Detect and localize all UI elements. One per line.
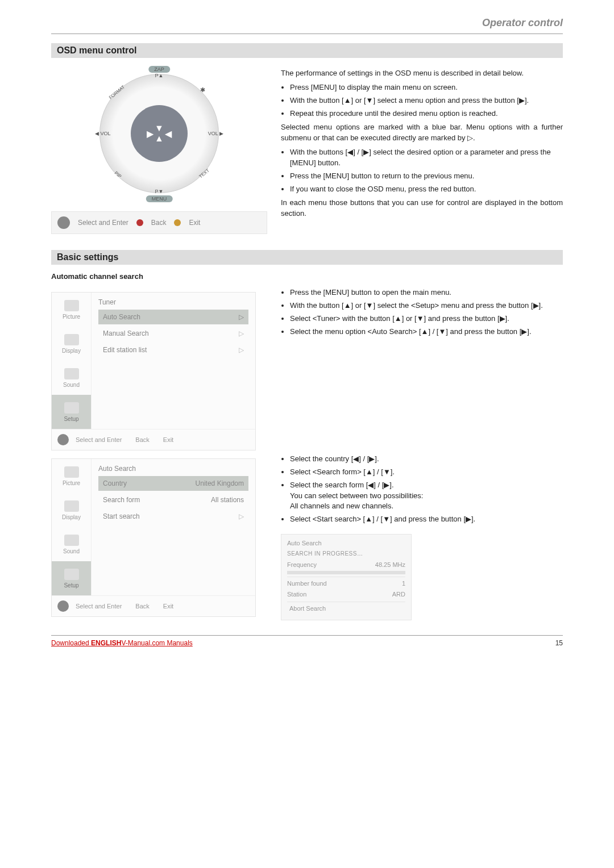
page-footer: Downloaded ENGLISHV-Manual.com Manuals 1… [51, 636, 563, 647]
freq-value: 48.25 MHz [375, 561, 405, 570]
osd-right: The performance of settings in the OSD m… [281, 65, 563, 234]
basic-bullet: Select the search form [◀] / [▶]. You ca… [290, 480, 563, 512]
tab-label: Display [62, 514, 81, 520]
bullet-line: You can select between two possibilities… [290, 491, 423, 500]
osd-p2: Selected menu options are marked with a … [281, 122, 563, 144]
tab-display[interactable]: Display [52, 327, 92, 361]
basic-right-1: Press the [MENU] button to open the main… [281, 284, 563, 450]
tab-sound[interactable]: Sound [52, 361, 92, 395]
vol-left-label: ◀ VOL [95, 131, 111, 136]
progress-station-row: StationARD [287, 590, 405, 599]
menu-row-country[interactable]: CountryUnited Kingdom [98, 476, 248, 491]
tab-label: Setup [64, 582, 78, 589]
footer-left: Downloaded ENGLISHV-Manual.com Manuals [51, 639, 193, 647]
osd-bullet: Repeat this procedure until the desired … [290, 108, 563, 119]
back-label: Back [151, 219, 167, 227]
bullet-line: Select the search form [◀] / [▶]. [290, 481, 394, 489]
tab-sound[interactable]: Sound [52, 527, 92, 561]
downloaded-link[interactable]: Downloaded ENGLISHV-Manual.com Manuals [51, 639, 193, 647]
osd-sidebar: Picture Display Sound Setup [52, 459, 92, 595]
menu-row-edit-station[interactable]: Edit station list▷ [98, 343, 248, 357]
tab-label: Picture [63, 480, 80, 486]
vol-right-label: VOL ▶ [208, 131, 223, 136]
display-icon [64, 500, 79, 512]
select-enter-label: Select and Enter [78, 219, 128, 227]
found-label: Number found [287, 579, 327, 589]
page: Operator control ENGLISH OSD menu contro… [0, 0, 614, 664]
tab-label: Sound [63, 548, 80, 554]
progress-subtitle: SEARCH IN PROGRESS… [287, 550, 405, 558]
menu-row-start-search[interactable]: Start search▷ [98, 509, 248, 524]
page-number: 15 [555, 639, 563, 647]
tab-setup[interactable]: Setup [52, 561, 92, 595]
tab-picture[interactable]: Picture [52, 293, 92, 327]
zap-label: ZAP [148, 66, 170, 73]
chevron-right-icon: ▷ [239, 313, 244, 321]
osd-list-1: Press [MENU] to display the main menu on… [281, 82, 563, 119]
progress-bar [287, 571, 405, 574]
row-value: United Kingdom [196, 479, 244, 487]
nav-icon [57, 600, 69, 612]
osd-sidebar: Picture Display Sound Setup [52, 293, 92, 429]
osd-row: ZAP P▲ ◀ VOL VOL ▶ FORMAT ✱ PIP TEXT ▲ ▼… [51, 65, 563, 234]
arrow-right-icon: ▶ [147, 128, 154, 139]
basic-bullet: With the button [▲] or [▼] select the <S… [290, 301, 563, 311]
arrow-left-icon: ◀ [165, 128, 172, 139]
tab-label: Setup [64, 416, 78, 422]
progress-title: Auto Search [287, 539, 405, 548]
sound-icon [64, 535, 79, 546]
p-up-label: P▲ [155, 73, 164, 78]
menu-row-search-form[interactable]: Search formAll stations [98, 493, 248, 507]
abort-search-row[interactable]: Abort Search [287, 604, 405, 614]
row-label: Search form [103, 496, 140, 504]
row-value: All stations [211, 496, 244, 504]
osd-left: ZAP P▲ ◀ VOL VOL ▶ FORMAT ✱ PIP TEXT ▲ ▼… [51, 65, 267, 234]
tab-setup[interactable]: Setup [52, 395, 92, 429]
osd-menu-auto-search: Picture Display Sound Setup Auto Search … [51, 458, 256, 617]
tab-label: Display [62, 348, 81, 354]
basic-row-1: Picture Display Sound Setup Tuner Auto S… [51, 284, 563, 450]
red-dot-icon [136, 219, 143, 226]
osd-list-2: With the buttons [◀] / [▶] select the de… [281, 147, 563, 194]
remote-footer-bar: Select and Enter Back Exit [51, 211, 267, 234]
yellow-dot-icon [174, 219, 181, 226]
osd-main: Tuner Auto Search▷ Manual Search▷ Edit s… [92, 293, 255, 429]
section-basic-title: Basic settings [51, 250, 563, 265]
menu-b-wrap: Picture Display Sound Setup Auto Search … [51, 450, 267, 620]
sound-icon [64, 368, 79, 379]
exit-label: Exit [163, 603, 173, 610]
found-value: 1 [402, 579, 405, 589]
tab-picture[interactable]: Picture [52, 459, 92, 493]
osd-main: Auto Search CountryUnited Kingdom Search… [92, 459, 255, 595]
basic-right-2: Select the country [◀] / [▶]. Select <Se… [281, 450, 563, 620]
nav-icon [57, 216, 70, 229]
osd-menu-tuner: Picture Display Sound Setup Tuner Auto S… [51, 292, 256, 450]
osd-intro: The performance of settings in the OSD m… [281, 68, 563, 79]
tab-label: Picture [63, 314, 80, 320]
station-value: ARD [392, 590, 405, 599]
basic-list-2: Select the country [◀] / [▶]. Select <Se… [281, 454, 563, 525]
basic-bullet: Select <Search form> [▲] / [▼]. [290, 467, 563, 478]
basic-list-1: Press the [MENU] button to open the main… [281, 287, 563, 337]
remote-dpad: ▲ ▼ ◀ ▶ [131, 105, 188, 162]
menu-label: MENU [146, 195, 173, 202]
arrow-up-icon: ▲ [155, 133, 164, 144]
row-label: Start search [103, 512, 140, 520]
abort-label: Abort Search [289, 605, 326, 612]
tab-display[interactable]: Display [52, 493, 92, 527]
picture-icon [64, 300, 79, 311]
menu-row-manual-search[interactable]: Manual Search▷ [98, 326, 248, 341]
progress-frequency-row: Frequency48.25 MHz [287, 561, 405, 570]
section-osd-title: OSD menu control [51, 43, 563, 58]
header-rule [51, 34, 563, 34]
osd-body: Picture Display Sound Setup Auto Search … [52, 459, 255, 595]
mute-icon: ✱ [200, 86, 205, 94]
osd-panel-title: Tuner [98, 298, 248, 306]
basic-bullet: Press the [MENU] button to open the main… [290, 287, 563, 298]
osd-bullet: With the button [▲] or [▼] select a menu… [290, 95, 563, 106]
chevron-right-icon: ▷ [239, 512, 244, 520]
select-enter-label: Select and Enter [76, 603, 122, 610]
menu-row-auto-search[interactable]: Auto Search▷ [98, 310, 248, 324]
osd-bullet: With the buttons [◀] / [▶] select the de… [290, 147, 563, 169]
station-label: Station [287, 590, 306, 599]
